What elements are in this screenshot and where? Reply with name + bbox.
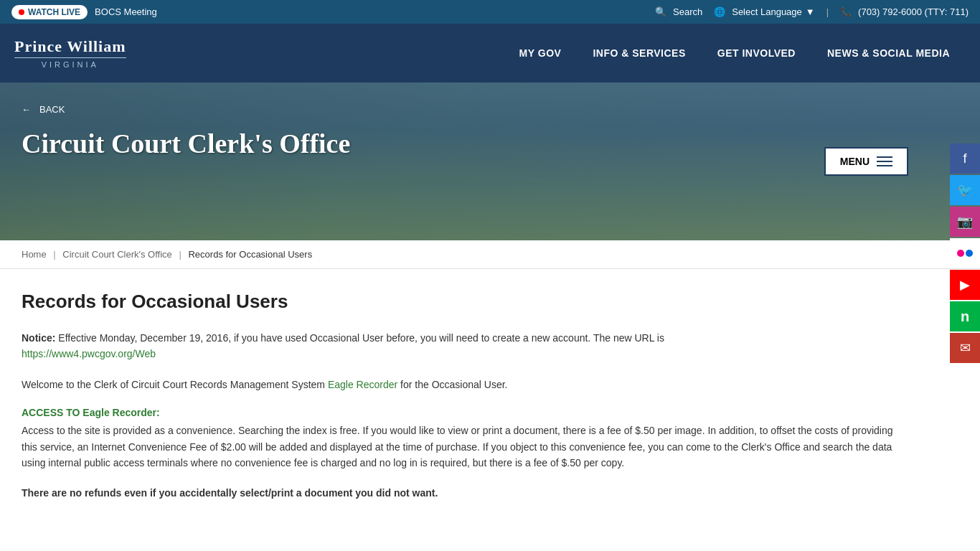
welcome-text2: for the Occasional User. xyxy=(397,379,507,390)
hero-title: Circuit Court Clerk's Office xyxy=(22,128,958,159)
eagle-recorder-link[interactable]: Eagle Recorder xyxy=(328,379,397,390)
logo-title: Prince William xyxy=(14,37,126,56)
nav-item-my-gov[interactable]: MY GOV xyxy=(504,24,578,83)
breadcrumb-sep-1: | xyxy=(53,249,55,260)
twitter-button[interactable]: 🐦 xyxy=(950,175,980,205)
no-refunds-block: There are no refunds even if you acciden… xyxy=(22,485,897,501)
nav-item-news-social[interactable]: NEWS & SOCIAL MEDIA xyxy=(811,24,966,83)
instagram-button[interactable]: 📷 xyxy=(950,207,980,237)
logo[interactable]: Prince William VIRGINIA xyxy=(14,37,126,69)
access-heading: ACCESS TO Eagle Recorder: xyxy=(22,407,897,418)
welcome-text: Welcome to the Clerk of Circuit Court Re… xyxy=(22,379,328,390)
menu-line-1 xyxy=(877,156,892,158)
email-button[interactable]: ✉ xyxy=(950,333,980,363)
notice-url-link[interactable]: https://www4.pwcgov.org/Web xyxy=(22,348,156,359)
logo-subtitle: VIRGINIA xyxy=(14,57,126,69)
menu-label: MENU xyxy=(840,156,870,167)
top-bar: WATCH LIVE BOCS Meeting Search Select La… xyxy=(0,0,980,24)
phone-icon xyxy=(840,6,854,17)
flickr-dot-pink xyxy=(957,250,964,257)
page-title: Records for Occasional Users xyxy=(22,291,897,313)
hero: BACK Circuit Court Clerk's Office MENU xyxy=(0,83,980,240)
top-bar-left: WATCH LIVE BOCS Meeting xyxy=(11,5,157,19)
breadcrumb-home[interactable]: Home xyxy=(22,249,47,260)
menu-button[interactable]: MENU xyxy=(824,147,908,176)
no-refunds-text: There are no refunds even if you acciden… xyxy=(22,485,897,501)
youtube-icon: ▶ xyxy=(960,277,970,293)
live-indicator xyxy=(19,9,24,15)
menu-lines-icon xyxy=(877,156,892,166)
nextdoor-icon: n xyxy=(961,309,969,325)
watch-live-button[interactable]: WATCH LIVE xyxy=(11,5,88,19)
access-text: Access to the site is provided as a conv… xyxy=(22,423,897,471)
menu-line-3 xyxy=(877,165,892,166)
breadcrumb-sep-2: | xyxy=(179,249,181,260)
youtube-button[interactable]: ▶ xyxy=(950,270,980,300)
notice-block: Notice: Effective Monday, December 19, 2… xyxy=(22,330,897,362)
language-label: Select Language xyxy=(732,6,802,17)
back-label: BACK xyxy=(39,104,65,115)
menu-line-2 xyxy=(877,161,892,162)
search-label: Search xyxy=(673,6,702,17)
content-area: Records for Occasional Users Notice: Eff… xyxy=(0,269,918,545)
main-nav: Prince William VIRGINIA MY GOV INFO & SE… xyxy=(0,24,980,83)
twitter-icon: 🐦 xyxy=(957,182,973,198)
breadcrumb: Home | Circuit Court Clerk's Office | Re… xyxy=(0,240,980,269)
back-arrow-icon xyxy=(22,104,35,115)
watch-live-label: WATCH LIVE xyxy=(28,7,80,17)
breadcrumb-parent[interactable]: Circuit Court Clerk's Office xyxy=(62,249,172,260)
welcome-block: Welcome to the Clerk of Circuit Court Re… xyxy=(22,377,897,392)
flickr-button[interactable] xyxy=(950,238,980,268)
back-link[interactable]: BACK xyxy=(22,104,958,115)
notice-text: Effective Monday, December 19, 2016, if … xyxy=(55,332,664,344)
nextdoor-button[interactable]: n xyxy=(950,301,980,331)
phone-label: (703) 792-6000 (TTY: 711) xyxy=(858,6,969,17)
facebook-icon: f xyxy=(963,151,966,166)
facebook-button[interactable]: f xyxy=(950,143,980,174)
bocs-label: BOCS Meeting xyxy=(95,6,157,17)
nav-item-info-services[interactable]: INFO & SERVICES xyxy=(577,24,701,83)
instagram-icon: 📷 xyxy=(957,214,973,230)
nav-item-get-involved[interactable]: GET INVOLVED xyxy=(702,24,811,83)
notice-paragraph: Notice: Effective Monday, December 19, 2… xyxy=(22,330,897,362)
phone-link[interactable]: (703) 792-6000 (TTY: 711) xyxy=(840,6,969,17)
nav-links: MY GOV INFO & SERVICES GET INVOLVED NEWS… xyxy=(504,24,966,83)
search-icon xyxy=(655,6,669,17)
search-link[interactable]: Search xyxy=(655,6,702,17)
flickr-icon xyxy=(957,250,973,257)
social-sidebar: f 🐦 📷 ▶ n ✉ xyxy=(950,143,980,363)
notice-prefix: Notice: xyxy=(22,332,55,344)
top-bar-right: Search Select Language ▼ | (703) 792-600… xyxy=(655,6,969,17)
email-icon: ✉ xyxy=(960,340,971,356)
dropdown-arrow: ▼ xyxy=(806,6,815,17)
globe-icon xyxy=(714,6,728,17)
language-selector[interactable]: Select Language ▼ xyxy=(714,6,814,17)
separator: | xyxy=(826,6,829,17)
welcome-paragraph: Welcome to the Clerk of Circuit Court Re… xyxy=(22,377,897,392)
access-block: ACCESS TO Eagle Recorder: Access to the … xyxy=(22,407,897,471)
breadcrumb-current: Records for Occasional Users xyxy=(188,249,312,260)
flickr-dot-blue xyxy=(966,250,973,257)
